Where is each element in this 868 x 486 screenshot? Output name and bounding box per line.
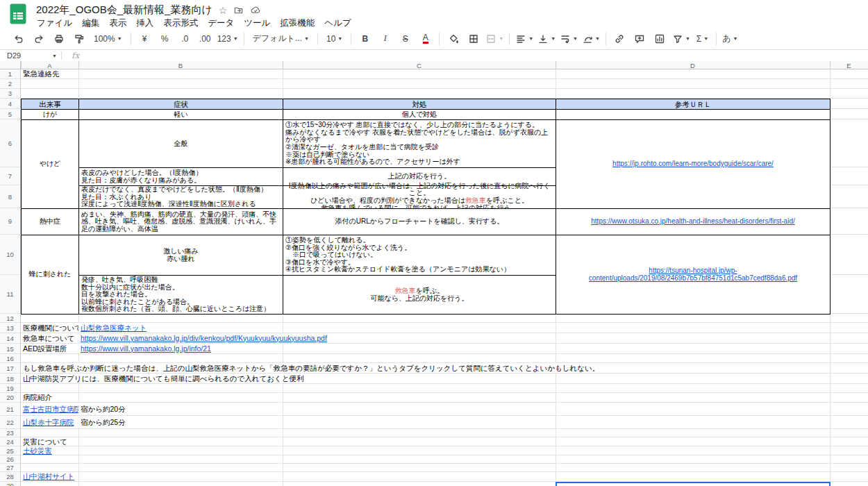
- table-header-B4[interactable]: 症状: [78, 99, 283, 110]
- row-header-10[interactable]: 10: [0, 235, 21, 275]
- zoom-button[interactable]: 100%▼: [90, 31, 126, 47]
- row-header-11[interactable]: 11: [0, 275, 21, 314]
- cell-D10[interactable]: https://tsunan-hospital.jp/wp-content/up…: [556, 235, 831, 315]
- row-header-18[interactable]: 18: [0, 374, 21, 384]
- row-header-25[interactable]: 25: [0, 446, 21, 455]
- row-header-6[interactable]: 6: [0, 119, 21, 167]
- increase-decimal-button[interactable]: .00: [196, 31, 215, 47]
- cell-B11[interactable]: 発疹、吐き気、呼吸困難数十分以内に症状が出た場合。目を攻撃された場合。以前蜂に刺…: [78, 275, 283, 315]
- row-header-21[interactable]: 21: [0, 403, 21, 416]
- merge-cells-button[interactable]: ▼: [484, 31, 505, 47]
- row-header-22[interactable]: 22: [0, 416, 21, 429]
- paint-format-button[interactable]: [69, 31, 88, 47]
- insert-chart-button[interactable]: [651, 31, 669, 47]
- cell-B14[interactable]: https://www.vill.yamanakako.lg.jp/div/ke…: [78, 333, 327, 343]
- row-header-4[interactable]: 4: [0, 99, 21, 109]
- insert-link-button[interactable]: [610, 31, 629, 47]
- font-family-button[interactable]: デフォルト...▼: [249, 31, 313, 47]
- row-header-28[interactable]: 28: [0, 472, 21, 482]
- row-header-26[interactable]: 26: [0, 455, 21, 464]
- link[interactable]: https://jp.rohto.com/learn-more/bodyguid…: [612, 160, 774, 167]
- table-header-C4[interactable]: 対処: [283, 99, 556, 110]
- row-header-7[interactable]: 7: [0, 167, 21, 185]
- column-header-A[interactable]: A: [21, 61, 78, 69]
- row-header-29[interactable]: 29: [0, 482, 21, 486]
- redo-button[interactable]: [29, 31, 48, 47]
- text-wrap-button[interactable]: ▼: [558, 31, 579, 47]
- input-tools-button[interactable]: あ▼: [721, 31, 740, 47]
- decrease-decimal-button[interactable]: .0: [176, 31, 194, 47]
- text-color-button[interactable]: A: [416, 31, 435, 47]
- row-header-24[interactable]: 24: [0, 437, 21, 446]
- horizontal-align-button[interactable]: ▼: [514, 31, 535, 47]
- row-header-19[interactable]: 19: [0, 384, 21, 393]
- fill-color-button[interactable]: [444, 31, 462, 47]
- cell-A24[interactable]: 災害について: [21, 437, 67, 446]
- link[interactable]: https://tsunan-hospital.jp/wp-content/up…: [589, 267, 797, 282]
- cell-A25[interactable]: 土砂災害: [21, 446, 52, 455]
- bold-button[interactable]: B: [356, 31, 374, 47]
- cell-B9[interactable]: めまい、失神、筋肉痛、筋肉の硬直、大量の発汗、頭痛、不快感、吐き気、嘔吐、倦怠感…: [78, 208, 283, 235]
- select-all-corner[interactable]: [0, 61, 21, 69]
- sheets-logo[interactable]: [10, 3, 26, 24]
- cell-B10[interactable]: 激しい痛み赤い腫れ: [78, 235, 283, 276]
- cell-B6[interactable]: 全般: [78, 119, 283, 168]
- link[interactable]: https://www.vill.yamanakako.lg.jp/div/ke…: [81, 335, 327, 342]
- column-header-E[interactable]: E: [830, 61, 868, 69]
- cell-C9[interactable]: 添付のURLからフローチャートを確認し、実行する。: [283, 208, 556, 235]
- selected-cell-outline[interactable]: [556, 482, 831, 486]
- italic-button[interactable]: I: [376, 31, 394, 47]
- functions-button[interactable]: Σ▼: [693, 31, 712, 47]
- name-box[interactable]: D29 ▼: [0, 51, 57, 60]
- formula-input[interactable]: [85, 50, 868, 61]
- cell-A22[interactable]: 山梨赤十字病院: [21, 416, 74, 428]
- document-title[interactable]: 2022年_OGOB会_最新情報_業務向け: [36, 3, 212, 17]
- cell-A13[interactable]: 医療機関について: [21, 323, 82, 333]
- vertical-align-button[interactable]: ▼: [536, 31, 557, 47]
- cell-A15[interactable]: AED設置場所: [21, 344, 67, 353]
- cell-C8[interactable]: Ⅰ度熱傷以上の痛みや範囲が広い場合は、上記の対応を行った後に直ちに病院へ行くこと…: [283, 185, 556, 209]
- format-percent-button[interactable]: %: [156, 31, 174, 47]
- cell-A14[interactable]: 救急車について: [21, 333, 74, 343]
- link[interactable]: https://www.vill.yamanakako.lg.jp/info/2…: [81, 345, 211, 353]
- row-header-15[interactable]: 15: [0, 344, 21, 354]
- row-header-16[interactable]: 16: [0, 354, 21, 363]
- move-icon[interactable]: [233, 5, 244, 15]
- row-header-23[interactable]: 23: [0, 429, 21, 437]
- cell-C10[interactable]: ①姿勢を低くして離れる。②傷口を強く絞りながら水でよく洗う。 ※口で吸ってはいけ…: [283, 235, 556, 276]
- column-header-D[interactable]: D: [556, 61, 830, 69]
- cell-B8[interactable]: 表皮だけでなく、真皮までやけどをした状態。（Ⅱ度熱傷）見た目：水ぶくれあり深度に…: [78, 185, 283, 209]
- row-header-9[interactable]: 9: [0, 208, 21, 235]
- link[interactable]: 山中湖村サイト: [23, 473, 74, 480]
- row-header-17[interactable]: 17: [0, 363, 21, 374]
- column-header-C[interactable]: C: [283, 61, 556, 69]
- undo-button[interactable]: [9, 31, 28, 47]
- row-header-3[interactable]: 3: [0, 89, 21, 99]
- link[interactable]: 山梨救急医療ネット: [81, 324, 147, 332]
- link[interactable]: 山梨赤十字病院: [23, 419, 74, 426]
- cell-D9[interactable]: https://www.otsuka.co.jp/health-and-illn…: [556, 208, 831, 235]
- table-header-D4[interactable]: 参考ＵＲＬ: [556, 99, 831, 110]
- cell-B7[interactable]: 表皮のみやけどした場合。（Ⅰ度熱傷）見た目：皮膚が赤くなり痛みがある。: [78, 167, 283, 186]
- format-currency-yen-button[interactable]: ¥: [135, 31, 154, 47]
- cell-A18[interactable]: 山中湖防災アプリには、医療機関についても簡単に調べられるので入れておくと便利: [21, 374, 303, 383]
- cell-A5[interactable]: けが: [21, 109, 79, 120]
- cell-A28[interactable]: 山中湖村サイト: [21, 472, 74, 481]
- create-filter-button[interactable]: ▼: [671, 31, 692, 47]
- cell-D5[interactable]: [556, 109, 831, 120]
- cell-B22[interactable]: 宿から約25分: [78, 416, 126, 428]
- link[interactable]: 富士吉田市立病院: [23, 405, 81, 413]
- row-header-8[interactable]: 8: [0, 185, 21, 208]
- cell-A10[interactable]: 蜂に刺された: [21, 235, 79, 315]
- column-header-B[interactable]: B: [78, 61, 283, 69]
- star-icon[interactable]: ☆: [219, 6, 228, 15]
- row-header-20[interactable]: 20: [0, 393, 21, 403]
- print-button[interactable]: [49, 31, 68, 47]
- more-formats-button[interactable]: 123▼: [216, 31, 240, 47]
- cell-C5[interactable]: 個人で対処: [283, 109, 556, 120]
- insert-comment-button[interactable]: [631, 31, 649, 47]
- table-header-A4[interactable]: 出来事: [21, 99, 79, 110]
- cell-A17[interactable]: もし救急車を呼ぶか判断に迷った場合は、上記の山梨救急医療ネットから「救急車の要請…: [21, 363, 599, 373]
- font-size-button[interactable]: 10▼: [322, 31, 347, 47]
- cell-A6[interactable]: やけど: [21, 119, 79, 209]
